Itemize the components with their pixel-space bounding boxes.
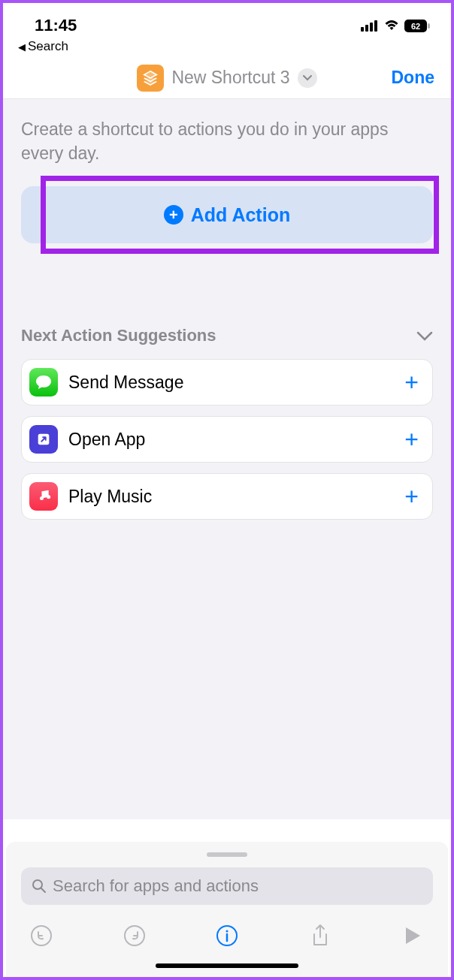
header-title-area[interactable]: New Shortcut 3: [137, 65, 316, 92]
plus-circle-icon: +: [164, 205, 183, 225]
done-button[interactable]: Done: [392, 68, 435, 88]
music-app-icon: [29, 482, 58, 511]
add-icon[interactable]: +: [404, 426, 419, 454]
back-nav[interactable]: ◀ Search: [3, 38, 451, 57]
suggestions-header[interactable]: Next Action Suggestions: [21, 326, 433, 345]
messages-app-icon: [29, 368, 58, 397]
add-icon[interactable]: +: [404, 483, 419, 511]
suggestion-item-play-music[interactable]: Play Music +: [21, 473, 433, 520]
back-arrow-icon: ◀: [18, 41, 26, 53]
header: New Shortcut 3 Done: [3, 57, 451, 99]
shortcuts-app-icon: [29, 425, 58, 454]
drag-handle[interactable]: [207, 852, 247, 857]
svg-rect-2: [370, 23, 373, 32]
share-button[interactable]: [307, 923, 333, 948]
svg-rect-0: [361, 27, 364, 32]
suggestions-title: Next Action Suggestions: [21, 326, 216, 345]
wifi-icon: [383, 20, 400, 32]
time: 11:45: [35, 16, 77, 35]
suggestion-label: Play Music: [68, 487, 394, 507]
suggestion-item-open-app[interactable]: Open App +: [21, 416, 433, 463]
intro-text: Create a shortcut to actions you do in y…: [21, 117, 433, 165]
status-bar: 11:45 62: [3, 3, 451, 38]
svg-text:62: 62: [411, 22, 420, 31]
expand-chevron-icon[interactable]: [298, 68, 317, 88]
add-action-button[interactable]: + Add Action: [21, 186, 433, 243]
chevron-down-icon: [416, 331, 433, 341]
battery-icon: 62: [404, 20, 430, 32]
shortcut-app-icon: [137, 65, 164, 92]
play-button[interactable]: [400, 923, 425, 948]
info-button[interactable]: [214, 923, 240, 948]
bottom-panel: [6, 842, 448, 977]
suggestion-label: Open App: [68, 430, 394, 450]
add-action-container: + Add Action: [21, 186, 433, 243]
svg-rect-1: [365, 25, 368, 32]
cellular-icon: [361, 20, 379, 32]
search-icon: [32, 879, 47, 894]
svg-line-9: [41, 888, 45, 892]
redo-button[interactable]: [122, 923, 147, 948]
shortcut-title: New Shortcut 3: [171, 68, 289, 88]
svg-rect-5: [428, 23, 430, 29]
status-indicators: 62: [361, 20, 430, 32]
content-area: Create a shortcut to actions you do in y…: [3, 99, 451, 819]
svg-point-8: [33, 880, 42, 889]
suggestion-item-send-message[interactable]: Send Message +: [21, 359, 433, 406]
add-action-label: Add Action: [191, 204, 290, 226]
svg-point-13: [226, 930, 229, 933]
undo-button[interactable]: [29, 923, 54, 948]
home-indicator[interactable]: [156, 963, 298, 968]
suggestion-label: Send Message: [68, 372, 394, 393]
svg-rect-3: [374, 20, 377, 32]
search-input[interactable]: [53, 876, 422, 896]
toolbar: [21, 923, 433, 948]
back-label: Search: [28, 39, 68, 54]
add-icon[interactable]: +: [404, 369, 419, 397]
search-bar[interactable]: [21, 867, 433, 905]
